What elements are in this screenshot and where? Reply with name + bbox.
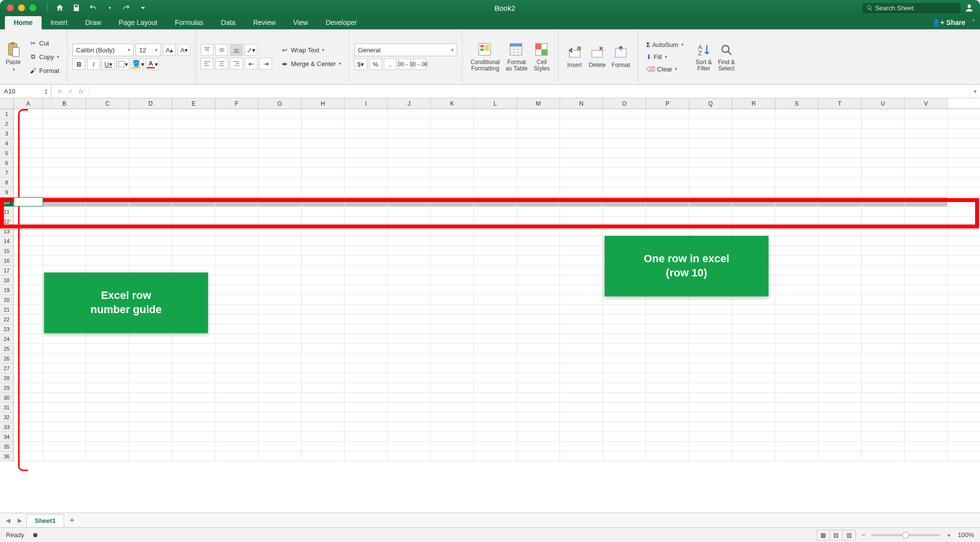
- collapse-ribbon[interactable]: ˄: [972, 19, 975, 26]
- cell-G29[interactable]: [258, 383, 302, 392]
- cell-A36[interactable]: [14, 452, 43, 461]
- row-header-2[interactable]: 2: [0, 119, 14, 129]
- cell-L11[interactable]: [474, 207, 517, 216]
- cell-H29[interactable]: [302, 383, 345, 392]
- cell-Q4[interactable]: [689, 138, 732, 148]
- cell-P29[interactable]: [646, 383, 689, 392]
- cell-L33[interactable]: [474, 422, 517, 431]
- cell-I11[interactable]: [345, 207, 388, 216]
- tab-page-layout[interactable]: Page Layout: [110, 16, 166, 29]
- cell-L7[interactable]: [474, 168, 517, 177]
- cell-K15[interactable]: [431, 246, 474, 255]
- cell-L23[interactable]: [474, 324, 517, 334]
- cell-M23[interactable]: [517, 324, 560, 334]
- cell-F11[interactable]: [215, 207, 258, 216]
- cell-K36[interactable]: [431, 452, 474, 461]
- cell-A24[interactable]: [14, 334, 43, 343]
- cell-G3[interactable]: [258, 129, 302, 138]
- qat-customize[interactable]: ⏷: [139, 3, 147, 12]
- cell-K20[interactable]: [431, 295, 474, 304]
- cell-N33[interactable]: [560, 422, 603, 431]
- cell-A1[interactable]: [14, 109, 43, 118]
- increase-font-button[interactable]: A▴: [163, 44, 176, 56]
- cell-A3[interactable]: [14, 129, 43, 138]
- cell-I28[interactable]: [345, 373, 388, 383]
- cell-G26[interactable]: [258, 354, 302, 363]
- cell-M36[interactable]: [517, 452, 560, 461]
- cell-J13[interactable]: [388, 226, 431, 236]
- cell-A20[interactable]: [14, 295, 43, 304]
- cell-N6[interactable]: [560, 158, 603, 167]
- cell-P8[interactable]: [646, 178, 689, 187]
- cell-S18[interactable]: [775, 275, 818, 285]
- row-header-19[interactable]: 19: [0, 285, 14, 295]
- cell-E27[interactable]: [172, 363, 215, 373]
- cell-O1[interactable]: [603, 109, 646, 118]
- column-header-T[interactable]: T: [818, 98, 862, 109]
- cell-U26[interactable]: [862, 354, 905, 363]
- row-header-18[interactable]: 18: [0, 275, 14, 285]
- cell-U23[interactable]: [862, 324, 905, 334]
- cell-A8[interactable]: [14, 178, 43, 187]
- search-sheet[interactable]: [863, 3, 960, 13]
- cell-C14[interactable]: [86, 236, 129, 246]
- cell-G23[interactable]: [258, 324, 302, 334]
- cell-M14[interactable]: [517, 236, 560, 246]
- cell-Q22[interactable]: [689, 315, 732, 324]
- cell-H31[interactable]: [302, 403, 345, 412]
- cell-P32[interactable]: [646, 412, 689, 422]
- cell-B32[interactable]: [43, 412, 86, 422]
- cell-H12[interactable]: [302, 217, 345, 226]
- cell-M2[interactable]: [517, 119, 560, 128]
- cell-K7[interactable]: [431, 168, 474, 177]
- column-header-E[interactable]: E: [172, 98, 215, 109]
- cell-Q5[interactable]: [689, 148, 732, 158]
- row-header-4[interactable]: 4: [0, 138, 14, 148]
- cell-H18[interactable]: [302, 275, 345, 285]
- cell-R26[interactable]: [732, 354, 775, 363]
- cell-P33[interactable]: [646, 422, 689, 431]
- cell-U8[interactable]: [862, 178, 905, 187]
- cell-R28[interactable]: [732, 373, 775, 383]
- cell-I20[interactable]: [345, 295, 388, 304]
- cell-I19[interactable]: [345, 285, 388, 294]
- cell-Q28[interactable]: [689, 373, 732, 383]
- cell-T6[interactable]: [818, 158, 862, 167]
- tab-insert[interactable]: Insert: [42, 16, 76, 29]
- column-header-L[interactable]: L: [474, 98, 517, 109]
- cell-K13[interactable]: [431, 226, 474, 236]
- cell-C24[interactable]: [86, 334, 129, 343]
- cell-V33[interactable]: [905, 422, 948, 431]
- cell-F4[interactable]: [215, 138, 258, 148]
- cell-K11[interactable]: [431, 207, 474, 216]
- orientation-button[interactable]: ⤢▾: [245, 44, 257, 56]
- cell-A34[interactable]: [14, 432, 43, 441]
- cell-I14[interactable]: [345, 236, 388, 246]
- cell-M25[interactable]: [517, 344, 560, 353]
- cell-P28[interactable]: [646, 373, 689, 383]
- cell-H13[interactable]: [302, 226, 345, 236]
- cell-D14[interactable]: [129, 236, 172, 246]
- cell-K6[interactable]: [431, 158, 474, 167]
- cell-C35[interactable]: [86, 442, 129, 451]
- enter-formula-icon[interactable]: ✓: [68, 88, 73, 95]
- cell-H30[interactable]: [302, 393, 345, 402]
- cell-J15[interactable]: [388, 246, 431, 255]
- cell-P4[interactable]: [646, 138, 689, 148]
- cell-A26[interactable]: [14, 354, 43, 363]
- underline-button[interactable]: U▾: [102, 58, 115, 70]
- page-layout-view-button[interactable]: ▤: [830, 530, 842, 540]
- cell-P25[interactable]: [646, 344, 689, 353]
- cell-O25[interactable]: [603, 344, 646, 353]
- cell-L31[interactable]: [474, 403, 517, 412]
- cell-E28[interactable]: [172, 373, 215, 383]
- cell-N26[interactable]: [560, 354, 603, 363]
- user-icon[interactable]: [964, 3, 974, 13]
- cell-D31[interactable]: [129, 403, 172, 412]
- cell-G15[interactable]: [258, 246, 302, 255]
- cell-T35[interactable]: [818, 442, 862, 451]
- cell-G19[interactable]: [258, 285, 302, 294]
- sort-filter-icon[interactable]: AZ: [696, 42, 712, 58]
- row-header-9[interactable]: 9: [0, 187, 14, 197]
- cell-E4[interactable]: [172, 138, 215, 148]
